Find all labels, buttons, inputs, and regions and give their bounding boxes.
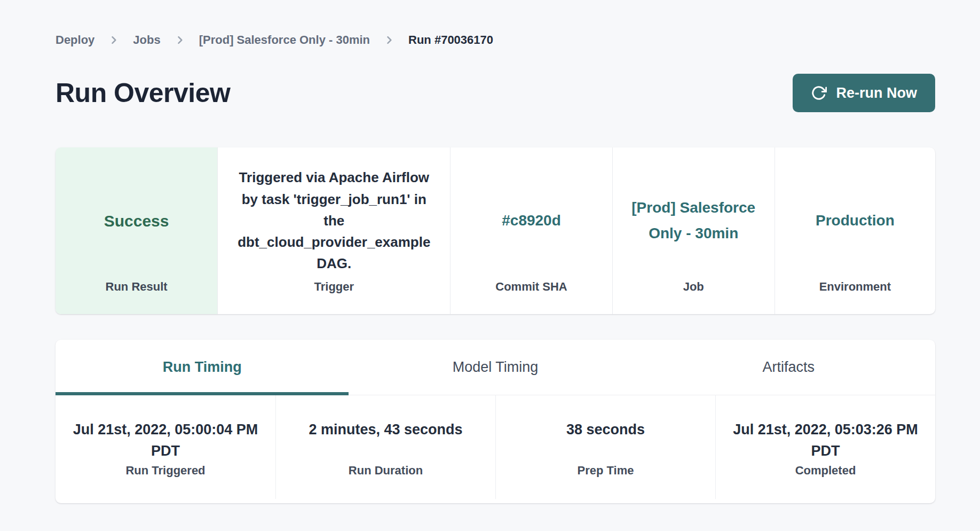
page-title: Run Overview xyxy=(56,77,230,108)
rerun-now-button[interactable]: Re-run Now xyxy=(793,74,936,112)
trigger-card: Triggered via Apache Airflow by task 'tr… xyxy=(217,147,450,314)
environment-card: Production Environment xyxy=(774,147,935,314)
prep-time-cell: 38 seconds Prep Time xyxy=(495,395,715,499)
run-duration-label: Run Duration xyxy=(291,464,480,478)
environment-link[interactable]: Production xyxy=(816,208,895,233)
tab-artifacts[interactable]: Artifacts xyxy=(642,340,935,395)
job-label: Job xyxy=(613,280,774,314)
run-result-card: Success Run Result xyxy=(56,147,217,314)
prep-time-label: Prep Time xyxy=(511,464,700,478)
trigger-label: Trigger xyxy=(218,280,450,314)
completed-value: Jul 21st, 2022, 05:03:26 PM PDT xyxy=(731,419,920,462)
chevron-right-icon xyxy=(384,35,394,45)
chevron-right-icon xyxy=(108,35,119,45)
run-duration-value: 2 minutes, 43 seconds xyxy=(291,419,480,462)
rerun-now-label: Re-run Now xyxy=(836,85,918,101)
breadcrumb-item-job-name[interactable]: [Prod] Salesforce Only - 30min xyxy=(199,33,370,47)
breadcrumb-item-run-number: Run #70036170 xyxy=(408,33,493,47)
breadcrumb-item-deploy[interactable]: Deploy xyxy=(56,33,94,47)
timing-panel: Run Timing Model Timing Artifacts Jul 21… xyxy=(56,340,935,503)
tab-run-timing[interactable]: Run Timing xyxy=(56,340,349,395)
job-card: [Prod] Salesforce Only - 30min Job xyxy=(612,147,774,314)
commit-sha-card: #c8920d Commit SHA xyxy=(450,147,612,314)
rotate-cw-icon xyxy=(811,85,827,101)
environment-label: Environment xyxy=(775,280,935,314)
job-link[interactable]: [Prod] Salesforce Only - 30min xyxy=(629,195,758,246)
run-triggered-value: Jul 21st, 2022, 05:00:04 PM PDT xyxy=(70,419,260,462)
run-overview-page: Deploy Jobs [Prod] Salesforce Only - 30m… xyxy=(0,0,980,503)
page-header: Run Overview Re-run Now xyxy=(56,74,935,112)
run-triggered-label: Run Triggered xyxy=(70,464,260,478)
trigger-value: Triggered via Apache Airflow by task 'tr… xyxy=(231,167,437,274)
run-duration-cell: 2 minutes, 43 seconds Run Duration xyxy=(275,395,495,499)
run-timing-grid: Jul 21st, 2022, 05:00:04 PM PDT Run Trig… xyxy=(56,395,935,503)
breadcrumb-item-jobs[interactable]: Jobs xyxy=(133,33,160,47)
completed-label: Completed xyxy=(731,464,920,478)
run-triggered-cell: Jul 21st, 2022, 05:00:04 PM PDT Run Trig… xyxy=(56,395,275,499)
commit-sha-link[interactable]: #c8920d xyxy=(502,208,561,233)
timing-tabs: Run Timing Model Timing Artifacts xyxy=(56,340,935,395)
run-summary-cards: Success Run Result Triggered via Apache … xyxy=(56,147,935,314)
breadcrumb: Deploy Jobs [Prod] Salesforce Only - 30m… xyxy=(56,0,935,47)
prep-time-value: 38 seconds xyxy=(511,419,700,462)
completed-cell: Jul 21st, 2022, 05:03:26 PM PDT Complete… xyxy=(715,395,935,499)
chevron-right-icon xyxy=(175,35,185,45)
run-result-label: Run Result xyxy=(56,280,217,314)
commit-sha-label: Commit SHA xyxy=(451,280,612,314)
tab-model-timing[interactable]: Model Timing xyxy=(349,340,642,395)
run-result-value: Success xyxy=(104,209,169,233)
